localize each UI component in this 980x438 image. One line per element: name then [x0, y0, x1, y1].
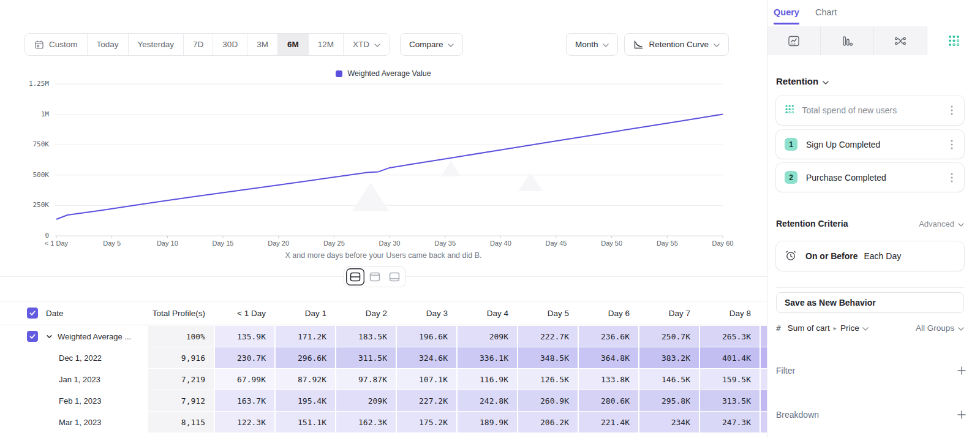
retention-value-cell[interactable]: 151.1K — [276, 412, 335, 432]
kebab-menu-icon[interactable] — [948, 137, 956, 152]
compare-button[interactable]: Compare — [400, 33, 464, 56]
total-profiles-cell[interactable]: 7,219 — [148, 369, 214, 390]
step-label: Sign Up Completed — [806, 140, 940, 149]
total-profiles-cell[interactable]: 8,115 — [148, 412, 214, 432]
retention-value-cell[interactable]: 206.2K — [518, 412, 578, 432]
x-tick-label: Day 40 — [473, 240, 528, 247]
retention-value-cell[interactable]: 116.9K — [458, 369, 517, 390]
measure-property-dropdown[interactable]: Sum of cart ▸ Price — [788, 323, 869, 333]
total-profiles-cell[interactable]: 100% — [148, 326, 214, 347]
retention-value-cell[interactable]: 230.7K — [215, 347, 274, 368]
retention-value-cell[interactable]: 348.5K — [518, 347, 578, 368]
retention-value-cell[interactable]: 122.3K — [215, 412, 274, 432]
advanced-dropdown[interactable]: Advanced — [919, 219, 964, 228]
criteria-window[interactable]: Each Day — [864, 251, 901, 261]
tab-chart[interactable]: Chart — [815, 7, 837, 25]
range-3m[interactable]: 3M — [247, 34, 277, 55]
range-custom[interactable]: Custom — [25, 34, 87, 55]
retention-value-cell[interactable]: 175.2K — [397, 412, 456, 432]
retention-value-cell[interactable]: 250.7K — [639, 326, 699, 347]
column-header--1-day: < 1 Day — [215, 301, 274, 325]
retention-criteria-row: Retention Criteria Advanced — [776, 219, 964, 228]
add-filter-button[interactable] — [957, 366, 967, 376]
retention-value-cell[interactable]: 364.8K — [579, 347, 638, 368]
retention-value-cell[interactable]: 260.9K — [518, 390, 578, 411]
retention-value-cell[interactable]: 401.4K — [700, 347, 760, 368]
retention-value-cell[interactable]: 265.3K — [700, 326, 760, 347]
retention-value-cell[interactable]: 146.5K — [639, 369, 699, 390]
add-breakdown-button[interactable] — [957, 410, 967, 420]
x-tick-label: Day 5 — [85, 240, 140, 247]
retention-value-cell[interactable]: 313.5K — [700, 390, 760, 411]
behavior-card[interactable]: Total spend of new users — [776, 96, 964, 125]
tab-query[interactable]: Query — [774, 7, 799, 25]
retention-section-dropdown[interactable]: Retention — [776, 76, 829, 86]
retention-value-cell[interactable]: 135.9K — [215, 326, 274, 347]
criteria-condition[interactable]: On or Before — [805, 251, 858, 261]
retention-value-cell[interactable]: 189.9K — [458, 412, 517, 432]
row-checkbox[interactable] — [27, 331, 38, 342]
measure-row: # Sum of cart ▸ Price All Groups — [776, 323, 964, 333]
retention-value-cell[interactable]: 171.2K — [276, 326, 335, 347]
row-expand-chevron-icon[interactable] — [46, 333, 53, 340]
range-7d[interactable]: 7D — [183, 34, 213, 55]
retention-value-cell[interactable]: 221.4K — [579, 412, 638, 432]
retention-value-cell[interactable]: 280.6K — [579, 390, 638, 411]
y-tick-label: 500K — [0, 171, 49, 179]
retention-value-cell[interactable]: 196.6K — [397, 326, 456, 347]
report-tab-funnels-icon[interactable] — [821, 26, 874, 55]
retention-value-cell[interactable]: 67.99K — [215, 369, 274, 390]
retention-value-cell[interactable]: 183.5K — [336, 326, 396, 347]
total-profiles-cell[interactable]: 7,912 — [148, 390, 214, 411]
kebab-menu-icon[interactable] — [948, 170, 956, 185]
range-30d[interactable]: 30D — [213, 34, 247, 55]
report-tab-insights-icon[interactable] — [767, 26, 821, 55]
report-tab-retention-icon[interactable] — [927, 26, 980, 55]
all-groups-dropdown[interactable]: All Groups — [916, 323, 964, 333]
select-all-checkbox[interactable] — [27, 308, 38, 319]
retention-value-cell[interactable]: 162.3K — [336, 412, 396, 432]
range-12m[interactable]: 12M — [308, 34, 343, 55]
chart-only-view-button[interactable] — [366, 268, 384, 285]
calendar-icon — [34, 40, 44, 50]
retention-value-cell[interactable]: 236.6K — [579, 326, 638, 347]
retention-value-cell[interactable]: 247.3K — [700, 412, 760, 432]
retention-value-cell[interactable]: 336.1K — [458, 347, 517, 368]
kebab-menu-icon[interactable] — [948, 103, 956, 118]
retention-value-cell[interactable]: 242.8K — [458, 390, 517, 411]
retention-value-cell[interactable]: 107.1K — [397, 369, 456, 390]
report-tab-flows-icon[interactable] — [874, 26, 927, 55]
retention-value-cell[interactable]: 126.5K — [518, 369, 578, 390]
retention-value-cell[interactable]: 159.5K — [700, 369, 760, 390]
range-xtd[interactable]: XTD — [343, 34, 390, 55]
retention-value-cell[interactable]: 227.2K — [397, 390, 456, 411]
save-behavior-button[interactable]: Save as New Behavior — [776, 292, 964, 313]
split-view-button[interactable] — [346, 268, 364, 285]
retention-value-cell[interactable]: 295.8K — [639, 390, 699, 411]
step-card-2[interactable]: 2Purchase Completed — [776, 163, 964, 192]
chart-footnote: X and more days before your Users came b… — [0, 251, 767, 260]
retention-value-cell[interactable]: 222.7K — [518, 326, 578, 347]
range-6m[interactable]: 6M — [277, 34, 308, 55]
range-yesterday[interactable]: Yesterday — [128, 34, 184, 55]
retention-value-cell[interactable]: 383.2K — [639, 347, 699, 368]
retention-value-cell[interactable]: 234K — [639, 412, 699, 432]
granularity-button[interactable]: Month — [566, 33, 619, 56]
retention-value-cell[interactable]: 163.7K — [215, 390, 274, 411]
retention-value-cell[interactable]: 296.6K — [276, 347, 335, 368]
retention-value-cell[interactable]: 324.6K — [397, 347, 456, 368]
retention-value-cell[interactable]: 97.87K — [336, 369, 396, 390]
retention-value-cell[interactable]: 195.4K — [276, 390, 335, 411]
total-profiles-cell[interactable]: 9,916 — [148, 347, 214, 368]
retention-value-cell[interactable]: 209K — [458, 326, 517, 347]
filter-section: Filter — [776, 366, 967, 376]
retention-value-cell[interactable]: 209K — [336, 390, 396, 411]
chart-type-button[interactable]: Retention Curve — [624, 33, 729, 56]
retention-value-cell[interactable]: 133.8K — [579, 369, 638, 390]
step-card-1[interactable]: 1Sign Up Completed — [776, 130, 964, 159]
table-only-view-button[interactable] — [385, 268, 404, 285]
range-today[interactable]: Today — [87, 34, 128, 55]
chart-legend[interactable]: Weighted Average Value — [0, 69, 767, 78]
retention-value-cell[interactable]: 87.92K — [276, 369, 335, 390]
retention-value-cell[interactable]: 311.5K — [336, 347, 396, 368]
